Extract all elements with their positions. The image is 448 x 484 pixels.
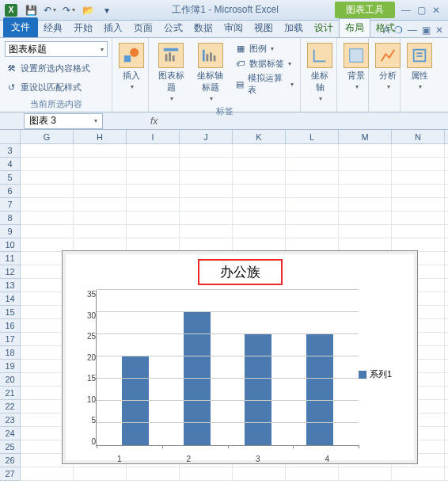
row-header[interactable]: 6 bbox=[0, 185, 21, 198]
background-label: 背景 bbox=[347, 70, 365, 82]
reset-style-button[interactable]: ↺ 重设以匹配样式 bbox=[5, 79, 82, 95]
format-selection-label: 设置所选内容格式 bbox=[21, 63, 90, 74]
tab-insert[interactable]: 插入 bbox=[98, 19, 128, 37]
select-all-corner[interactable] bbox=[0, 130, 21, 143]
row-header[interactable]: 7 bbox=[0, 198, 21, 212]
tab-formula[interactable]: 公式 bbox=[158, 19, 188, 37]
row-header[interactable]: 14 bbox=[0, 292, 21, 306]
background-button[interactable]: 背景▾ bbox=[342, 41, 370, 92]
chart-title-text[interactable]: 办公族 bbox=[206, 265, 275, 280]
row-header[interactable]: 16 bbox=[0, 319, 21, 333]
chart-bar[interactable] bbox=[306, 334, 333, 445]
axes-button[interactable]: 坐标轴▾ bbox=[306, 41, 334, 104]
row-header[interactable]: 5 bbox=[0, 171, 21, 185]
chart-plot-area[interactable] bbox=[96, 290, 359, 446]
tab-data[interactable]: 数据 bbox=[188, 19, 218, 37]
svg-rect-0 bbox=[124, 55, 131, 62]
tab-addins[interactable]: 加载 bbox=[279, 19, 309, 37]
svg-rect-8 bbox=[210, 52, 212, 61]
row-header[interactable]: 25 bbox=[0, 440, 21, 454]
row-header[interactable]: 17 bbox=[0, 333, 21, 346]
legend-label: 图例 bbox=[249, 43, 267, 55]
row-header[interactable]: 24 bbox=[0, 427, 21, 440]
selection-dropdown[interactable]: 图表标题 ▾ bbox=[5, 41, 108, 57]
row-header[interactable]: 9 bbox=[0, 225, 21, 238]
column-header[interactable]: H bbox=[74, 130, 127, 143]
row-header[interactable]: 11 bbox=[0, 252, 21, 265]
data-table-button[interactable]: ▤模拟运算表▾ bbox=[233, 71, 295, 97]
row-header[interactable]: 13 bbox=[0, 279, 21, 292]
row-header[interactable]: 3 bbox=[0, 144, 21, 158]
svg-rect-2 bbox=[164, 48, 178, 51]
chart-title-button[interactable]: 图表标题▾ bbox=[154, 41, 188, 104]
legend-swatch bbox=[359, 371, 366, 379]
tab-view[interactable]: 视图 bbox=[249, 19, 279, 37]
column-header[interactable]: M bbox=[339, 130, 392, 143]
row-header[interactable]: 12 bbox=[0, 265, 21, 279]
tab-review[interactable]: 审阅 bbox=[218, 19, 249, 37]
axis-title-button[interactable]: 坐标轴标题▾ bbox=[192, 41, 230, 104]
row-header[interactable]: 26 bbox=[0, 454, 21, 467]
help-icon[interactable]: ❍ bbox=[394, 25, 403, 36]
row-header[interactable]: 21 bbox=[0, 387, 21, 400]
column-header[interactable]: N bbox=[392, 130, 445, 143]
column-header[interactable]: K bbox=[233, 130, 286, 143]
tab-file[interactable]: 文件 bbox=[3, 17, 38, 37]
reset-style-label: 重设以匹配样式 bbox=[21, 82, 82, 93]
tab-home[interactable]: 开始 bbox=[68, 19, 98, 37]
row-header[interactable]: 15 bbox=[0, 306, 21, 319]
row-header[interactable]: 18 bbox=[0, 346, 21, 360]
row-header[interactable]: 27 bbox=[0, 467, 21, 481]
analysis-button[interactable]: 分析▾ bbox=[374, 41, 402, 92]
column-header[interactable]: L bbox=[286, 130, 339, 143]
embedded-chart[interactable]: 办公族 35302520151050 系列1 1234 bbox=[62, 250, 418, 464]
open-icon[interactable]: 📂 bbox=[79, 2, 97, 18]
name-box[interactable]: 图表 3 ▾ bbox=[24, 113, 103, 129]
qat-more-icon[interactable]: ▾ bbox=[98, 2, 116, 18]
row-header[interactable]: 4 bbox=[0, 158, 21, 171]
chart-legend[interactable]: 系列1 bbox=[359, 368, 406, 380]
worksheet[interactable]: GHIJKLMN 3456789101112131415161718192021… bbox=[0, 130, 448, 481]
chart-bar[interactable] bbox=[245, 334, 271, 445]
insert-button[interactable]: 插入 ▾ bbox=[117, 41, 146, 92]
ribbon: 图表标题 ▾ 🛠 设置所选内容格式 ↺ 重设以匹配样式 当前所选内容 插入 ▾ bbox=[0, 38, 448, 112]
row-header[interactable]: 20 bbox=[0, 373, 21, 387]
minimize-icon[interactable]: — bbox=[401, 5, 411, 16]
properties-button[interactable]: 属性▾ bbox=[405, 41, 434, 92]
tab-page[interactable]: 页面 bbox=[128, 19, 158, 37]
svg-rect-5 bbox=[173, 55, 175, 61]
legend-button[interactable]: ▦图例▾ bbox=[233, 41, 295, 55]
chart-bar[interactable] bbox=[184, 312, 211, 445]
close-icon[interactable]: ✕ bbox=[432, 5, 440, 16]
window-minimize-icon[interactable]: — bbox=[408, 25, 417, 36]
tab-classic[interactable]: 经典 bbox=[38, 19, 68, 37]
column-header[interactable]: G bbox=[21, 130, 74, 143]
ribbon-minimize-icon[interactable]: ᐱ bbox=[383, 25, 389, 36]
analysis-label: 分析 bbox=[379, 70, 397, 82]
row-header[interactable]: 23 bbox=[0, 413, 21, 427]
chart-title-selection[interactable]: 办公族 bbox=[198, 259, 283, 285]
window-close-icon[interactable]: ✕ bbox=[435, 25, 443, 36]
axes-label: 坐标轴 bbox=[307, 70, 332, 93]
data-labels-icon: 🏷 bbox=[234, 57, 247, 70]
column-header[interactable]: J bbox=[180, 130, 233, 143]
data-labels-button[interactable]: 🏷数据标签▾ bbox=[233, 56, 295, 71]
row-header[interactable]: 8 bbox=[0, 212, 21, 225]
undo-icon[interactable]: ↶▾ bbox=[41, 2, 59, 18]
row-header[interactable]: 10 bbox=[0, 238, 21, 252]
reset-style-icon: ↺ bbox=[5, 81, 17, 93]
chart-title-icon bbox=[158, 43, 184, 68]
tab-design[interactable]: 设计 bbox=[309, 19, 339, 37]
row-header[interactable]: 19 bbox=[0, 360, 21, 373]
column-header[interactable]: I bbox=[127, 130, 180, 143]
row-header[interactable]: 22 bbox=[0, 400, 21, 413]
window-restore-icon[interactable]: ▣ bbox=[422, 25, 431, 36]
background-icon bbox=[344, 43, 369, 68]
chart-bar[interactable] bbox=[122, 356, 149, 445]
redo-icon[interactable]: ↷▾ bbox=[60, 2, 78, 18]
restore-icon[interactable]: ▢ bbox=[417, 5, 426, 16]
format-selection-button[interactable]: 🛠 设置所选内容格式 bbox=[5, 60, 90, 76]
fx-label[interactable]: fx bbox=[150, 116, 158, 127]
tab-layout[interactable]: 布局 bbox=[339, 18, 370, 37]
save-icon[interactable]: 💾 bbox=[22, 2, 40, 18]
